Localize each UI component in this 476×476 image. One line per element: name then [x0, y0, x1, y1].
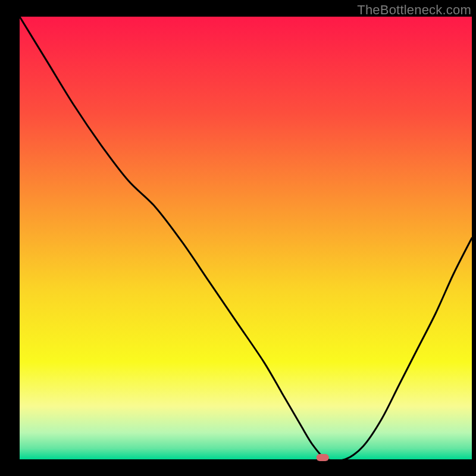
attribution-label: TheBottleneck.com	[357, 2, 471, 18]
bottleneck-chart: TheBottleneck.com	[0, 0, 476, 476]
svg-rect-1	[20, 17, 472, 459]
chart-canvas	[0, 0, 476, 476]
optimal-marker	[317, 454, 329, 461]
